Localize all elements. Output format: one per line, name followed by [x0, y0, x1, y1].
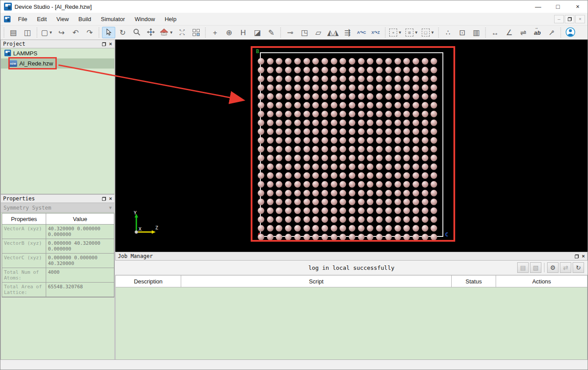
fit-view-button[interactable]: ↖↗↙↘ [175, 27, 189, 38]
toolbar-grip [438, 28, 440, 37]
add-atom-icon: + [213, 29, 217, 36]
swap-abc-button[interactable]: A↷C [355, 27, 368, 38]
menu-edit[interactable]: Edit [32, 14, 51, 24]
maximize-button[interactable]: □ [548, 0, 568, 13]
close-panel-icon[interactable]: × [582, 254, 585, 259]
toolbar-grip [36, 28, 38, 37]
pan-tool-icon [147, 28, 155, 37]
job-column-status[interactable]: Status [452, 276, 496, 287]
bond-length-button[interactable]: ⊸ [545, 27, 558, 38]
swap-xyz-button[interactable]: X↷Z [369, 27, 382, 38]
select-element-button[interactable]: ∘▼ [388, 27, 403, 38]
add-atom-button[interactable]: + [208, 27, 222, 38]
edit-cell-button[interactable]: ◳ [298, 27, 311, 38]
build-supercell-button[interactable]: ⊡ [456, 27, 469, 38]
mdi-restore-button[interactable] [565, 15, 574, 23]
separator [544, 263, 544, 272]
build-cluster-button[interactable]: ∴ [442, 27, 455, 38]
edit-bond-button[interactable]: ⊸ [284, 27, 297, 38]
toolbar-grip [3, 28, 5, 37]
close-button[interactable]: × [568, 0, 588, 13]
refresh-jobs-button[interactable]: ↻ [573, 262, 584, 273]
home-view-button[interactable]: ▼ [158, 27, 175, 38]
job-column-actions[interactable]: Actions [496, 276, 588, 287]
pan-tool-button[interactable] [144, 27, 157, 38]
edit-cell-icon: ◳ [301, 29, 308, 36]
select-mode-button[interactable]: ≡▼ [404, 27, 420, 38]
send-script-icon: ▧ [533, 264, 538, 271]
select-tool-button[interactable] [102, 27, 115, 38]
open-project-icon: ▤ [10, 29, 17, 36]
add-fragment-icon: ⊕ [226, 29, 232, 36]
redo-button[interactable]: ↷ [83, 27, 96, 38]
measure-dihedral-button[interactable]: ⇌ [517, 27, 530, 38]
tile-windows-button[interactable] [190, 27, 203, 38]
zoom-tool-button[interactable] [130, 27, 143, 38]
user-account-icon [566, 27, 575, 38]
add-hydrogen-button[interactable]: H [237, 27, 250, 38]
user-account-button[interactable] [564, 27, 577, 38]
mirror-button[interactable]: ◭◮ [326, 27, 340, 38]
job-column-script[interactable]: Script [181, 276, 452, 287]
open-project-button[interactable]: ▤ [7, 27, 20, 38]
save-button[interactable]: ◫ [21, 27, 34, 38]
settings-button[interactable]: ⚙ [547, 262, 559, 273]
close-panel-icon[interactable]: × [109, 41, 112, 47]
edit-plane-button[interactable]: ▱ [312, 27, 325, 38]
float-panel-icon[interactable] [102, 197, 106, 201]
add-label-button[interactable]: →ab [531, 27, 544, 38]
add-fragment-button[interactable]: ⊕ [223, 27, 236, 38]
float-panel-icon[interactable] [102, 42, 106, 46]
measure-dihedral-icon: ⇌ [520, 29, 526, 36]
transform-group-button[interactable]: ⇶ [341, 27, 354, 38]
send-job-button[interactable]: ▤ [517, 262, 529, 273]
build-nanotube-button[interactable]: ▥ [470, 27, 483, 38]
symmetry-system-label: Symmetry System [4, 205, 51, 211]
chevron-down-icon: ▼ [431, 31, 435, 35]
job-column-description[interactable]: Description [115, 276, 181, 287]
mdi-window-controls: – × [554, 15, 588, 23]
menu-window[interactable]: Window [130, 14, 160, 24]
project-tree: LAMMPS HZW Al_Rede.hzw [0, 48, 115, 194]
structure-viewport[interactable]: B C O Y X Z [115, 40, 588, 252]
property-label: VectorA (xyz) [2, 225, 46, 239]
properties-panel-title: Properties [3, 196, 35, 202]
properties-table-header: Properties Value [2, 214, 114, 225]
measure-angle-button[interactable]: ∠ [503, 27, 516, 38]
undo-button[interactable]: ↶ [69, 27, 82, 38]
menu-build[interactable]: Build [73, 14, 96, 24]
draw-bond-button[interactable]: ✎ [265, 27, 278, 38]
minimize-button[interactable]: — [528, 0, 548, 13]
reorder-jobs-icon: ⇄ [563, 264, 568, 271]
eraser-button[interactable]: ◪ [251, 27, 264, 38]
save-icon: ◫ [24, 29, 31, 36]
bond-length-icon: ⊸ [547, 28, 556, 37]
mdi-close-button[interactable]: × [575, 15, 585, 23]
menu-file[interactable]: File [13, 14, 32, 24]
reorder-jobs-button[interactable]: ⇄ [560, 262, 571, 273]
new-file-button[interactable]: ▢▼ [40, 27, 54, 38]
export-file-button[interactable]: ↪ [55, 27, 68, 38]
mdi-minimize-button[interactable]: – [554, 15, 564, 23]
menu-help[interactable]: Help [160, 14, 181, 24]
measure-distance-button[interactable]: ↔ [489, 27, 502, 38]
rotate-tool-button[interactable]: ↻ [116, 27, 129, 38]
axis-indicator: Y X Z [128, 210, 160, 237]
redo-icon: ↷ [87, 29, 93, 36]
app-logo-icon [4, 3, 12, 11]
axis-y-label: Y [134, 210, 137, 216]
column-header-properties: Properties [2, 214, 46, 224]
swap-abc-icon: A↷C [357, 31, 366, 35]
menu-simulator[interactable]: Simulator [96, 14, 130, 24]
menu-view[interactable]: View [51, 14, 73, 24]
float-panel-icon[interactable] [575, 254, 579, 258]
refresh-jobs-icon: ↻ [576, 264, 581, 271]
property-value: 4000 [46, 268, 114, 282]
resize-grip[interactable] [585, 367, 586, 368]
property-row: VectorC (xyz)0.000000 0.000000 40.320000 [2, 254, 114, 268]
send-script-button[interactable]: ▧ [530, 262, 541, 273]
symmetry-system-dropdown[interactable]: Symmetry System ▼ [0, 203, 115, 213]
select-cell-button[interactable]: □▼ [420, 27, 436, 38]
property-value: 65548.320768 [46, 283, 114, 297]
close-panel-icon[interactable]: × [109, 196, 112, 201]
